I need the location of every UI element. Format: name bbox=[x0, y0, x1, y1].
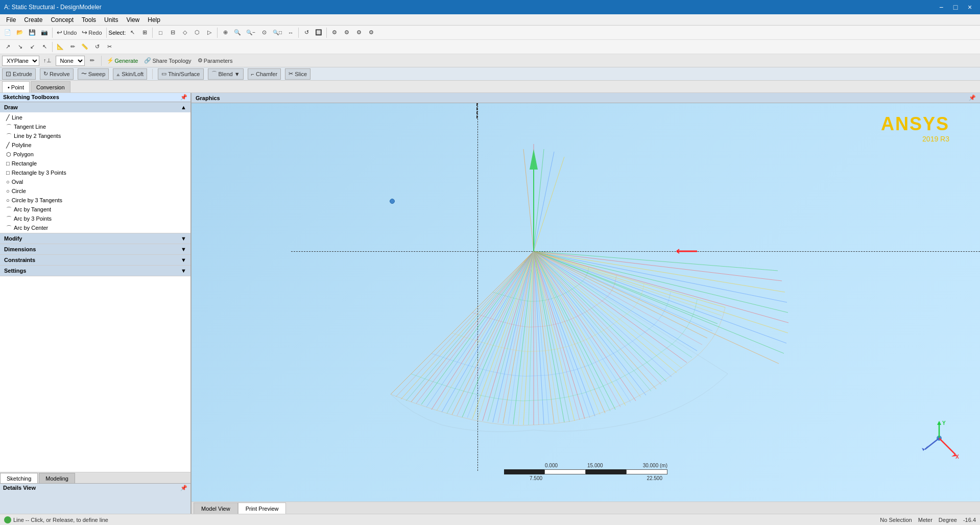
share-topology-button[interactable]: 🔗 Share Topology bbox=[142, 55, 193, 66]
isometric-button[interactable]: 🔲 bbox=[313, 27, 324, 38]
tab-conversion[interactable]: Conversion bbox=[31, 81, 70, 92]
tab-modeling[interactable]: Modeling bbox=[39, 473, 75, 483]
dimensions-section-header[interactable]: Dimensions ▼ bbox=[0, 244, 190, 254]
modify-section: Modify ▼ bbox=[0, 233, 190, 244]
minimize-button[interactable]: − bbox=[935, 1, 947, 13]
body-select[interactable]: ▷ bbox=[204, 27, 215, 38]
sketch-selector[interactable]: None bbox=[56, 56, 85, 66]
fan-mesh-visual bbox=[289, 118, 789, 435]
details-pin-icon[interactable]: 📌 bbox=[180, 485, 187, 491]
menu-concept[interactable]: Concept bbox=[46, 15, 78, 25]
scale-white-1 bbox=[544, 469, 586, 474]
scale-bar: 0.000 15.000 30.000 (m) 7.500 22.500 bbox=[504, 463, 667, 481]
menu-tools[interactable]: Tools bbox=[78, 15, 100, 25]
screenshot-button[interactable]: 📷 bbox=[39, 27, 50, 38]
draw-polygon[interactable]: ⬡ Polygon bbox=[0, 150, 190, 159]
menu-help[interactable]: Help bbox=[144, 15, 164, 25]
parameters-button[interactable]: ⚙ Parameters bbox=[196, 55, 235, 66]
mesh2-button[interactable]: ⚙ bbox=[341, 27, 352, 38]
tb-8[interactable]: ↺ bbox=[91, 41, 103, 53]
tab-print-preview[interactable]: Print Preview bbox=[238, 503, 286, 514]
tab-sketching[interactable]: Sketching bbox=[0, 473, 38, 483]
pan-button[interactable]: ↔ bbox=[285, 27, 296, 38]
sweep-button[interactable]: 〜 Sweep bbox=[78, 68, 109, 80]
run-button[interactable]: ⚙ bbox=[366, 27, 377, 38]
sketch-button[interactable]: ✏ bbox=[87, 55, 98, 66]
graphics-pin-icon[interactable]: 📌 bbox=[969, 94, 976, 101]
extrude-button[interactable]: ⊡ Extrude bbox=[2, 68, 36, 80]
tb-4[interactable]: ↖ bbox=[39, 41, 50, 53]
menu-view[interactable]: View bbox=[122, 15, 144, 25]
edge-select[interactable]: ◇ bbox=[179, 27, 190, 38]
scale-white-2 bbox=[626, 469, 667, 474]
tb-7[interactable]: 📏 bbox=[79, 41, 90, 53]
svg-line-16 bbox=[534, 251, 554, 423]
draw-rectangle[interactable]: □ Rectangle bbox=[0, 159, 190, 168]
tb-5[interactable]: 📐 bbox=[55, 41, 66, 53]
draw-polyline[interactable]: ╱ Polyline bbox=[0, 140, 190, 150]
close-button[interactable]: × bbox=[964, 1, 976, 13]
draw-circle-3tangents[interactable]: ○ Circle by 3 Tangents bbox=[0, 196, 190, 205]
draw-line[interactable]: ╱ Line bbox=[0, 113, 190, 122]
redo-button[interactable]: ↪ Redo bbox=[80, 27, 104, 38]
blend-button[interactable]: ⌒ Blend ▼ bbox=[208, 68, 244, 80]
sep-1 bbox=[52, 28, 53, 38]
new-button[interactable]: 📄 bbox=[2, 27, 13, 38]
zoom-window[interactable]: 🔍□ bbox=[271, 27, 284, 38]
thin-surface-button[interactable]: ▭ Thin/Surface bbox=[158, 68, 203, 80]
tb-9[interactable]: ✂ bbox=[104, 41, 115, 53]
menu-units[interactable]: Units bbox=[100, 15, 122, 25]
vertex-select[interactable]: ⬡ bbox=[192, 27, 203, 38]
undo-button[interactable]: ↩ Undo bbox=[55, 27, 79, 38]
draw-tangent-line[interactable]: ⌒ Tangent Line bbox=[0, 122, 190, 131]
draw-oval[interactable]: ○ Oval bbox=[0, 177, 190, 186]
tab-point[interactable]: • Point bbox=[2, 81, 30, 92]
tb-3[interactable]: ↙ bbox=[27, 41, 38, 53]
draw-section-header[interactable]: Draw ▲ bbox=[0, 102, 190, 112]
plane-normal[interactable]: ↑⊥ bbox=[41, 55, 54, 66]
slice-button[interactable]: ✂ Slice bbox=[285, 68, 310, 80]
titlebar: A: Static Structural - DesignModeler − □… bbox=[0, 0, 980, 14]
tb-2[interactable]: ↘ bbox=[14, 41, 26, 53]
zoom-in[interactable]: 🔍 bbox=[232, 27, 243, 38]
tb-1[interactable]: ↗ bbox=[2, 41, 13, 53]
svg-line-62 bbox=[534, 251, 682, 368]
svg-line-61 bbox=[534, 251, 672, 377]
generate-button[interactable]: ⚡ Generate bbox=[105, 55, 140, 66]
sidebar-scroll[interactable]: Draw ▲ ╱ Line ⌒ Tangent Line ⌒ Line by 2… bbox=[0, 102, 190, 472]
tools-button[interactable]: ⚙ bbox=[353, 27, 365, 38]
graphics-area[interactable]: ANSYS 2019 R3 bbox=[192, 103, 980, 502]
maximize-button[interactable]: □ bbox=[949, 1, 962, 13]
tb-6[interactable]: ✏ bbox=[67, 41, 78, 53]
draw-line-2-tangents[interactable]: ⌒ Line by 2 Tangents bbox=[0, 131, 190, 140]
draw-arc-center[interactable]: ⌒ Arc by Center bbox=[0, 223, 190, 232]
plane-selector[interactable]: XYPlane XZPlane YZPlane bbox=[2, 56, 39, 66]
zoom-extent[interactable]: ⊕ bbox=[220, 27, 231, 38]
menu-create[interactable]: Create bbox=[20, 15, 46, 25]
zoom-fit[interactable]: ⊙ bbox=[258, 27, 270, 38]
chamfer-button[interactable]: ⌐ Chamfer bbox=[248, 68, 281, 80]
tab-model-view[interactable]: Model View bbox=[194, 503, 238, 514]
open-button[interactable]: 📂 bbox=[14, 27, 26, 38]
select-arrow[interactable]: ↖ bbox=[127, 27, 138, 38]
draw-rectangle-3pts[interactable]: □ Rectangle by 3 Points bbox=[0, 168, 190, 177]
draw-arc-tangent[interactable]: ⌒ Arc by Tangent bbox=[0, 205, 190, 214]
settings-section-header[interactable]: Settings ▼ bbox=[0, 266, 190, 276]
zoom-out[interactable]: 🔍− bbox=[244, 27, 257, 38]
rotate-button[interactable]: ↺ bbox=[301, 27, 312, 38]
draw-circle[interactable]: ○ Circle bbox=[0, 186, 190, 196]
modify-section-header[interactable]: Modify ▼ bbox=[0, 233, 190, 244]
constraints-section-header[interactable]: Constraints ▼ bbox=[0, 255, 190, 265]
toolbox-pin-icon[interactable]: 📌 bbox=[180, 94, 187, 101]
svg-line-10 bbox=[493, 251, 534, 422]
save-button[interactable]: 💾 bbox=[27, 27, 38, 38]
mesh-button[interactable]: ⚙ bbox=[329, 27, 340, 38]
revolve-button[interactable]: ↻ Revolve bbox=[40, 68, 74, 80]
menu-file[interactable]: File bbox=[2, 15, 20, 25]
skin-loft-button[interactable]: ⟁ Skin/Loft bbox=[113, 68, 147, 80]
face-select[interactable]: ⊟ bbox=[167, 27, 178, 38]
select-box[interactable]: ⊞ bbox=[139, 27, 150, 38]
draw-arc-3points[interactable]: ⌒ Arc by 3 Points bbox=[0, 214, 190, 223]
oval-icon: ○ bbox=[6, 179, 10, 185]
box-select[interactable]: □ bbox=[155, 27, 166, 38]
